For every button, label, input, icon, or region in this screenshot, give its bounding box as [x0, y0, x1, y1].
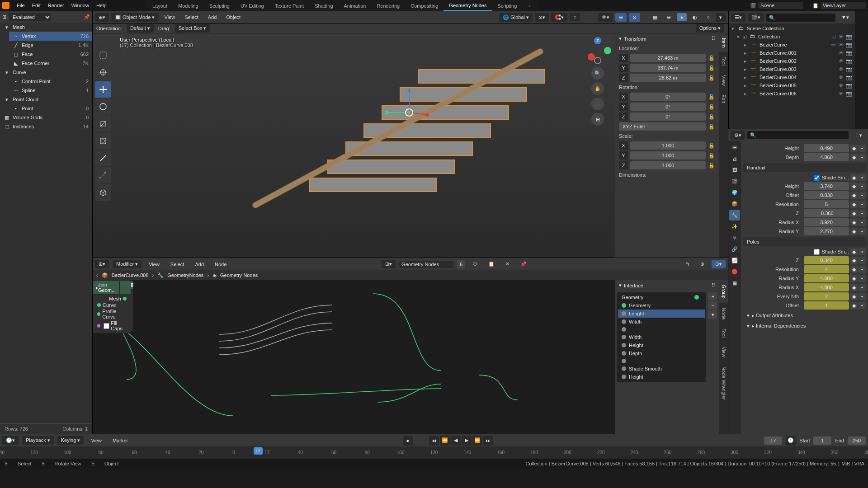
editor-type-dropdown[interactable]: ⚙▾: [731, 131, 745, 140]
location-z-input[interactable]: 28.62 m: [630, 74, 706, 82]
start-frame-input[interactable]: 1: [813, 436, 831, 445]
viewlayer-name-input[interactable]: [821, 2, 866, 9]
menu-help[interactable]: Help: [93, 3, 110, 8]
editor-type-dropdown[interactable]: 🕐▾: [2, 436, 19, 445]
menu-icon[interactable]: •: [859, 302, 866, 309]
property-value-input[interactable]: 4: [804, 265, 849, 273]
nodegroup-type-dropdown[interactable]: Modifier ▾: [113, 260, 142, 268]
property-value-input[interactable]: 0.490: [804, 144, 849, 152]
node-join-geometry[interactable]: ▸ Join Geom...: [93, 280, 120, 295]
rotation-mode-dropdown[interactable]: XYZ Euler: [619, 122, 706, 131]
keyframe-icon[interactable]: ◆: [850, 145, 858, 152]
new-geometry-icon[interactable]: ⊕: [697, 260, 708, 268]
current-frame-input[interactable]: 17: [764, 436, 782, 445]
nodegroup-name-input[interactable]: [399, 261, 453, 268]
location-y-input[interactable]: 337.74 m: [630, 64, 706, 72]
property-value-input[interactable]: -0.360: [804, 209, 849, 217]
viewport-3d[interactable]: User Perspective (Local) (17) Collection…: [93, 33, 615, 258]
playhead[interactable]: 17: [254, 447, 263, 455]
camera-icon[interactable]: 📷: [846, 58, 852, 64]
domain-edge[interactable]: ╱Edge1.4K: [9, 41, 92, 50]
domain-face[interactable]: ▢Face662: [9, 50, 92, 59]
tab-geometry-nodes[interactable]: Geometry Nodes: [443, 1, 492, 11]
options-icon[interactable]: ⋮▾: [851, 131, 866, 140]
tab-texture-paint[interactable]: Texture Paint: [269, 1, 309, 10]
visibility-dropdown[interactable]: 👁▾: [598, 13, 613, 22]
menu-view[interactable]: View: [145, 260, 163, 268]
menu-render[interactable]: Render: [44, 3, 68, 8]
menu-file[interactable]: File: [13, 3, 28, 8]
property-value-input[interactable]: 0.830: [804, 191, 849, 199]
jump-end-icon[interactable]: ⏭: [483, 436, 493, 446]
keyframe-icon[interactable]: ◆: [850, 154, 858, 161]
filter-icon[interactable]: ▼▾: [838, 13, 853, 22]
options-dropdown[interactable]: Options ▾: [696, 24, 724, 33]
nodegroup-users[interactable]: 6: [457, 260, 465, 268]
tab-sculpting[interactable]: Sculpting: [204, 1, 235, 10]
outliner-item[interactable]: ▸〰BezierCurve.003👁📷: [730, 65, 854, 73]
xray-toggle[interactable]: ▦: [649, 13, 661, 22]
tab-modeling[interactable]: Modeling: [173, 1, 204, 10]
remove-socket-button[interactable]: −: [708, 301, 717, 310]
outliner-item[interactable]: ▸〰BezierCurve.005👁📷: [730, 81, 854, 89]
tab-data[interactable]: 📈: [729, 255, 740, 266]
scene-name-input[interactable]: [758, 2, 803, 9]
tab-uv-editing[interactable]: UV Editing: [235, 1, 269, 10]
menu-view[interactable]: View: [161, 13, 179, 21]
tab-modifiers[interactable]: 🔧: [729, 210, 740, 221]
keyframe-icon[interactable]: ◆: [850, 228, 858, 235]
menu-icon[interactable]: •: [859, 210, 866, 217]
socket-menu-dropdown[interactable]: ▾: [708, 310, 717, 319]
tab-physics[interactable]: ⚛: [729, 232, 740, 243]
camera-icon[interactable]: 📷: [846, 75, 852, 80]
menu-icon[interactable]: •: [859, 174, 866, 181]
object-mode-dropdown[interactable]: 🔲 Object Mode ▾: [111, 13, 159, 22]
interface-socket-item[interactable]: Geometry: [618, 293, 705, 301]
tab-particles[interactable]: ✨: [729, 221, 740, 232]
interface-socket-item[interactable]: Depth: [618, 349, 705, 357]
tab-add-workspace[interactable]: +: [522, 1, 536, 10]
fill-caps-checkbox[interactable]: [104, 323, 109, 329]
orientation-dropdown[interactable]: Default ▾: [127, 24, 154, 33]
keyframe-next-icon[interactable]: ⏩: [472, 436, 482, 446]
outliner-item[interactable]: ▸〰BezierCurve✏👁📷: [730, 41, 854, 49]
shading-wireframe[interactable]: ⊕: [663, 13, 675, 22]
editor-type-dropdown[interactable]: ⊞▾: [95, 13, 109, 22]
property-value-input[interactable]: 1: [804, 301, 849, 310]
interface-socket-item[interactable]: Width: [618, 333, 705, 341]
tab-scene[interactable]: 🎬: [729, 176, 740, 187]
lock-icon[interactable]: 🔓: [708, 65, 715, 71]
breadcrumb-modifier[interactable]: GeometryNodes: [167, 272, 203, 278]
spreadsheet-mode-dropdown[interactable]: Evaluated: [9, 13, 51, 21]
menu-icon[interactable]: •: [859, 275, 866, 282]
keyframe-icon[interactable]: ◆: [850, 248, 858, 255]
menu-icon[interactable]: •: [859, 183, 866, 190]
add-socket-button[interactable]: +: [708, 292, 717, 300]
menu-icon[interactable]: •: [859, 192, 866, 199]
keyframe-icon[interactable]: ◆: [850, 219, 858, 226]
keyframe-prev-icon[interactable]: ⏪: [440, 436, 450, 446]
duplicate-icon[interactable]: 📋: [485, 260, 498, 268]
menu-add[interactable]: Add: [204, 13, 221, 21]
domain-mesh[interactable]: ▾ Mesh: [0, 23, 92, 32]
interface-panel-header[interactable]: Interface⠿: [615, 280, 719, 291]
outliner-collection[interactable]: ▾☑🗀Collection☑👁📷: [730, 33, 854, 41]
output-attributes-header[interactable]: ▸ Output Attributes: [743, 310, 866, 321]
location-x-input[interactable]: 27.463 m: [630, 54, 706, 62]
internal-dependencies-header[interactable]: ▸ Internal Dependencies: [743, 321, 866, 331]
keyframe-icon[interactable]: ◆: [850, 302, 858, 309]
outliner-search-input[interactable]: [766, 14, 835, 22]
keyframe-icon[interactable]: ◆: [850, 275, 858, 282]
keying-dropdown[interactable]: Keying ▾: [57, 436, 84, 445]
tab-compositing[interactable]: Compositing: [405, 1, 443, 10]
edit-icon[interactable]: ✏: [831, 42, 838, 48]
autokey-toggle[interactable]: ●: [403, 436, 413, 446]
camera-icon[interactable]: 📷: [846, 34, 852, 40]
overlays-toggle[interactable]: ⊙: [629, 13, 640, 22]
lock-icon[interactable]: 🔓: [708, 94, 715, 100]
menu-edit[interactable]: Edit: [28, 3, 44, 8]
property-value-input[interactable]: 4.000: [804, 283, 849, 291]
gizmo-toggle[interactable]: ⊕: [615, 13, 627, 22]
keyframe-icon[interactable]: ◆: [850, 183, 858, 190]
menu-view[interactable]: View: [87, 436, 105, 445]
